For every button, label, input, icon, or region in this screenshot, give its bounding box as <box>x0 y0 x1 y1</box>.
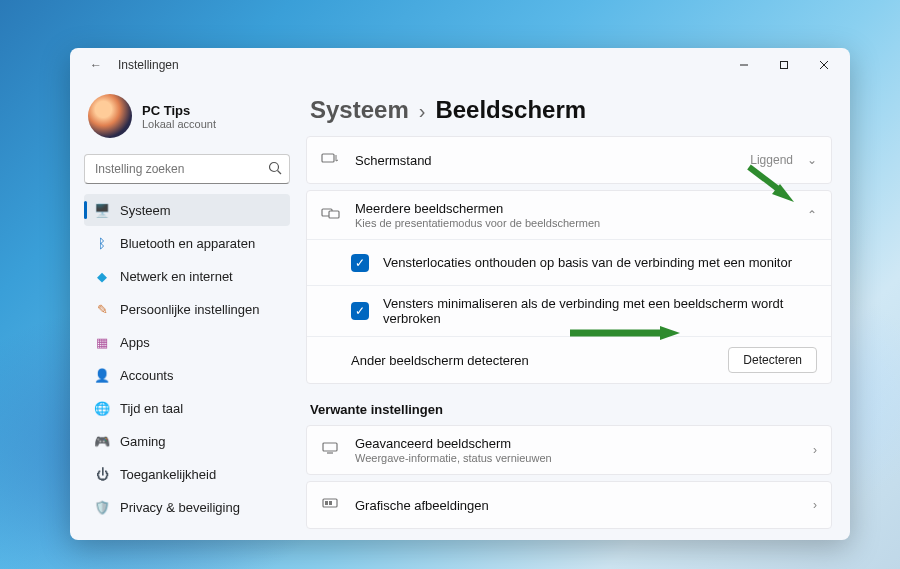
monitor-icon <box>321 441 341 459</box>
checkbox-checked-icon[interactable]: ✓ <box>351 302 369 320</box>
orientation-card: Schermstand Liggend ⌄ <box>306 136 832 184</box>
sidebar-item-gaming[interactable]: 🎮Gaming <box>84 425 290 457</box>
detect-button[interactable]: Detecteren <box>728 347 817 373</box>
settings-window: ← Instellingen PC Tips Lokaal account <box>70 48 850 540</box>
sidebar-item-privacy[interactable]: 🛡️Privacy & beveiliging <box>84 491 290 523</box>
minimize-disconnect-row[interactable]: ✓ Vensters minimaliseren als de verbindi… <box>307 285 831 336</box>
minimize-disconnect-label: Vensters minimaliseren als de verbinding… <box>383 296 817 326</box>
svg-rect-6 <box>322 154 334 162</box>
sidebar-item-system[interactable]: 🖥️Systeem <box>84 194 290 226</box>
profile-name: PC Tips <box>142 103 216 118</box>
checkbox-checked-icon[interactable]: ✓ <box>351 254 369 272</box>
svg-rect-1 <box>781 62 788 69</box>
displays-icon <box>321 206 341 224</box>
sidebar-item-label: Netwerk en internet <box>120 269 233 284</box>
orientation-row[interactable]: Schermstand Liggend ⌄ <box>307 137 831 183</box>
graphics-title: Grafische afbeeldingen <box>355 498 799 513</box>
detect-display-row: Ander beeldscherm detecteren Detecteren <box>307 336 831 383</box>
search-container <box>84 154 290 184</box>
sidebar-item-personal[interactable]: ✎Persoonlijke instellingen <box>84 293 290 325</box>
remember-locations-label: Vensterlocaties onthouden op basis van d… <box>383 255 817 270</box>
chevron-up-icon: ⌃ <box>807 208 817 222</box>
sidebar-item-label: Tijd en taal <box>120 401 183 416</box>
sidebar-item-label: Systeem <box>120 203 171 218</box>
sidebar: PC Tips Lokaal account 🖥️SysteemᛒBluetoo… <box>70 82 300 540</box>
multi-display-card: Meerdere beeldschermen Kies de presentat… <box>306 190 832 384</box>
sidebar-item-apps[interactable]: ▦Apps <box>84 326 290 358</box>
profile-block[interactable]: PC Tips Lokaal account <box>84 90 290 152</box>
close-button[interactable] <box>804 50 844 80</box>
chevron-right-icon: › <box>813 498 817 512</box>
chevron-right-icon: › <box>813 443 817 457</box>
system-icon: 🖥️ <box>94 202 110 218</box>
remember-locations-row[interactable]: ✓ Vensterlocaties onthouden op basis van… <box>307 239 831 285</box>
maximize-button[interactable] <box>764 50 804 80</box>
orientation-icon <box>321 151 341 169</box>
advanced-display-card[interactable]: Geavanceerd beeldscherm Weergave-informa… <box>306 425 832 475</box>
sidebar-item-label: Bluetooth en apparaten <box>120 236 255 251</box>
sidebar-item-network[interactable]: ◆Netwerk en internet <box>84 260 290 292</box>
related-heading: Verwante instellingen <box>310 402 832 417</box>
gaming-icon: 🎮 <box>94 433 110 449</box>
app-title: Instellingen <box>118 58 179 72</box>
sidebar-item-label: Persoonlijke instellingen <box>120 302 259 317</box>
time-icon: 🌐 <box>94 400 110 416</box>
content-pane: Systeem › Beeldscherm Schermstand Liggen… <box>300 82 850 540</box>
advanced-display-subtitle: Weergave-informatie, status vernieuwen <box>355 452 799 464</box>
graphics-card[interactable]: Grafische afbeeldingen › <box>306 481 832 529</box>
multi-display-subtitle: Kies de presentatiemodus voor de beeldsc… <box>355 217 793 229</box>
sidebar-item-accounts[interactable]: 👤Accounts <box>84 359 290 391</box>
minimize-button[interactable] <box>724 50 764 80</box>
avatar <box>88 94 132 138</box>
search-icon <box>268 161 282 178</box>
breadcrumb-leaf: Beeldscherm <box>435 96 586 124</box>
sidebar-item-label: Privacy & beveiliging <box>120 500 240 515</box>
svg-line-5 <box>278 171 282 175</box>
multi-display-header[interactable]: Meerdere beeldschermen Kies de presentat… <box>307 191 831 239</box>
search-input[interactable] <box>84 154 290 184</box>
privacy-icon: 🛡️ <box>94 499 110 515</box>
sidebar-item-label: Accounts <box>120 368 173 383</box>
orientation-label: Schermstand <box>355 153 736 168</box>
breadcrumb: Systeem › Beeldscherm <box>306 86 832 136</box>
detect-label: Ander beeldscherm detecteren <box>351 353 714 368</box>
svg-rect-13 <box>329 501 332 505</box>
accounts-icon: 👤 <box>94 367 110 383</box>
graphics-icon <box>321 496 341 514</box>
personal-icon: ✎ <box>94 301 110 317</box>
access-icon: ⏻ <box>94 466 110 482</box>
sidebar-item-label: Apps <box>120 335 150 350</box>
sidebar-item-label: Gaming <box>120 434 166 449</box>
titlebar: ← Instellingen <box>70 48 850 82</box>
svg-rect-9 <box>323 443 337 451</box>
orientation-value: Liggend <box>750 153 793 167</box>
breadcrumb-separator: › <box>419 100 426 123</box>
breadcrumb-root[interactable]: Systeem <box>310 96 409 124</box>
back-button[interactable]: ← <box>84 58 108 72</box>
sidebar-item-bluetooth[interactable]: ᛒBluetooth en apparaten <box>84 227 290 259</box>
svg-point-4 <box>270 163 279 172</box>
advanced-display-title: Geavanceerd beeldscherm <box>355 436 799 451</box>
sidebar-item-time[interactable]: 🌐Tijd en taal <box>84 392 290 424</box>
chevron-down-icon: ⌄ <box>807 153 817 167</box>
network-icon: ◆ <box>94 268 110 284</box>
profile-subtitle: Lokaal account <box>142 118 216 130</box>
multi-display-title: Meerdere beeldschermen <box>355 201 793 216</box>
svg-rect-8 <box>329 211 339 218</box>
svg-rect-12 <box>325 501 328 505</box>
sidebar-item-label: Toegankelijkheid <box>120 467 216 482</box>
apps-icon: ▦ <box>94 334 110 350</box>
sidebar-item-access[interactable]: ⏻Toegankelijkheid <box>84 458 290 490</box>
bluetooth-icon: ᛒ <box>94 235 110 251</box>
nav-list: 🖥️SysteemᛒBluetooth en apparaten◆Netwerk… <box>84 194 290 523</box>
